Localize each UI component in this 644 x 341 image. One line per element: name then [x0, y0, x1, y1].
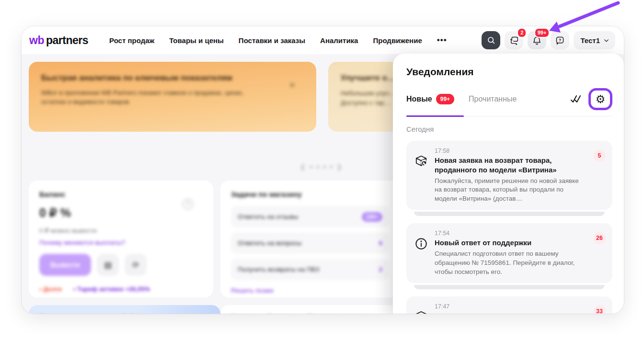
banner-line: Небольшие улуч… — [341, 90, 395, 97]
banner-carousel-controls: ❮ ❯ — [280, 163, 362, 170]
active-tab-underline — [406, 115, 464, 117]
notification-title: Заказ 4547752676 отменится через 47 час(… — [435, 311, 587, 314]
close-icon[interactable]: ✕ — [289, 81, 295, 90]
task-row[interactable]: Получить возвраты на ПВЗ 2 — [231, 259, 389, 280]
account-name: Тест1 — [580, 36, 600, 45]
balance-title: Баланс — [39, 190, 203, 198]
banner-line: Доступно с тар… — [341, 99, 391, 106]
notification-stack-peek — [414, 212, 605, 216]
carousel-next-icon[interactable]: ❯ — [337, 163, 342, 170]
history-icon[interactable]: ⟳ — [125, 254, 147, 276]
search-icon — [486, 35, 496, 45]
tab-read[interactable]: Прочитанные — [469, 95, 517, 103]
notification-stack-peek — [414, 285, 605, 289]
section-today: Сегодня — [406, 125, 612, 133]
notification-time: 17:58 — [435, 148, 587, 154]
wb-partners-logo[interactable]: wb partners — [29, 34, 88, 47]
notification-title: Новая заявка на возврат товара, проданно… — [435, 156, 587, 175]
notifications-tabs: Новые 99+ Прочитанные ⚙ — [406, 88, 612, 116]
help-circle-icon[interactable]: ? — [183, 199, 193, 209]
package-cancel-icon — [414, 310, 428, 314]
double-check-icon — [570, 94, 583, 104]
debts-link[interactable]: • Долги — [39, 285, 62, 293]
notification-item[interactable]: 17:58 Новая заявка на возврат товара, пр… — [406, 141, 612, 210]
withdraw-promo-banner[interactable]: Выводите деньги в любой день С опцией «В… — [29, 305, 220, 314]
panel-title: Уведомления — [406, 66, 612, 78]
notification-body: Специалист подготовил ответ по вашему об… — [435, 250, 587, 276]
search-button[interactable] — [482, 31, 500, 49]
svg-text:?: ? — [559, 38, 562, 43]
balance-amount: 0 ₽ % — [39, 206, 203, 220]
carousel-dot[interactable] — [317, 166, 319, 168]
nav-goods-prices[interactable]: Товары и цены — [169, 36, 224, 45]
nav-analytics[interactable]: Аналитика — [320, 36, 358, 45]
settings-highlight-annotation: ⚙ — [588, 88, 612, 110]
gear-icon: ⚙ — [596, 93, 606, 106]
new-count-badge: 99+ — [436, 94, 454, 104]
notification-body: Пожалуйста, примите решение по новой зая… — [435, 177, 587, 204]
balance-link[interactable]: Почему меняются выплаты? — [39, 239, 203, 246]
chats-button[interactable]: 2 — [505, 31, 523, 49]
nav-more-icon[interactable]: ••• — [437, 35, 447, 45]
chat-bubbles-icon — [509, 35, 519, 45]
nav-sales-growth[interactable]: Рост продаж — [109, 36, 154, 45]
carousel-dot[interactable] — [310, 166, 312, 168]
mark-all-read-button[interactable] — [570, 94, 583, 104]
task-row[interactable]: Ответить на отзывы 100+ — [231, 206, 389, 227]
top-navigation-bar: wb partners Рост продаж Товары и цены По… — [22, 26, 624, 54]
account-menu-button[interactable]: Тест1 — [574, 31, 615, 49]
carousel-dot[interactable] — [330, 166, 333, 168]
notification-title: Новый ответ от поддержки — [435, 238, 587, 248]
notification-item[interactable]: 17:54 Новый ответ от поддержки Специалис… — [406, 223, 612, 283]
notification-time: 17:54 — [435, 230, 587, 237]
task-count-badge: 100+ — [362, 212, 382, 222]
help-bubble-icon: ? — [555, 35, 565, 45]
task-row[interactable]: Ответить на вопросы 6 — [231, 232, 389, 254]
notification-count-badge: 5 — [593, 149, 606, 162]
task-count-badge: 6 — [379, 239, 382, 247]
app-window: Быстрая аналитика по ключевым показателя… — [22, 26, 624, 314]
help-button[interactable]: ? — [551, 31, 569, 49]
notification-time: 17:47 — [435, 303, 587, 310]
documents-icon[interactable]: ▤ — [97, 254, 119, 276]
notification-count-badge: 26 — [593, 232, 606, 244]
analytics-promo-banner[interactable]: Быстрая аналитика по ключевым показателя… — [29, 62, 316, 132]
banner-body: WBот в приложении WB Partners покажет гл… — [41, 89, 247, 107]
notifications-panel: Уведомления Новые 99+ Прочитанные ⚙ — [393, 54, 624, 314]
notification-item[interactable]: 17:47 Заказ 4547752676 отменится через 4… — [406, 296, 612, 314]
balance-card: Баланс ? 0 ₽ % 0 ₽ можно вывести Почему … — [29, 181, 213, 297]
carousel-dot[interactable] — [323, 166, 326, 168]
chats-badge: 2 — [517, 28, 527, 38]
withdraw-button[interactable]: Вывести — [39, 254, 91, 276]
notifications-badge: 99+ — [534, 28, 550, 38]
settings-button[interactable]: ⚙ — [591, 91, 610, 107]
package-return-icon — [414, 154, 428, 169]
tariff-link[interactable]: • Тариф активен +26,05% — [73, 285, 150, 293]
tab-new[interactable]: Новые 99+ — [406, 94, 454, 104]
balance-available: 0 ₽ можно вывести — [39, 227, 203, 234]
chevron-down-icon — [603, 37, 610, 44]
notification-count-badge: 33 — [593, 305, 606, 314]
carousel-prev-icon[interactable]: ❮ — [300, 163, 306, 170]
banner-title: Быстрая аналитика по ключевым показателя… — [41, 73, 304, 83]
task-count-badge: 2 — [379, 266, 382, 273]
info-icon — [414, 237, 428, 251]
nav-promotion[interactable]: Продвижение — [373, 36, 422, 45]
nav-supplies-orders[interactable]: Поставки и заказы — [239, 36, 305, 45]
notifications-button[interactable]: 99+ — [528, 31, 546, 49]
